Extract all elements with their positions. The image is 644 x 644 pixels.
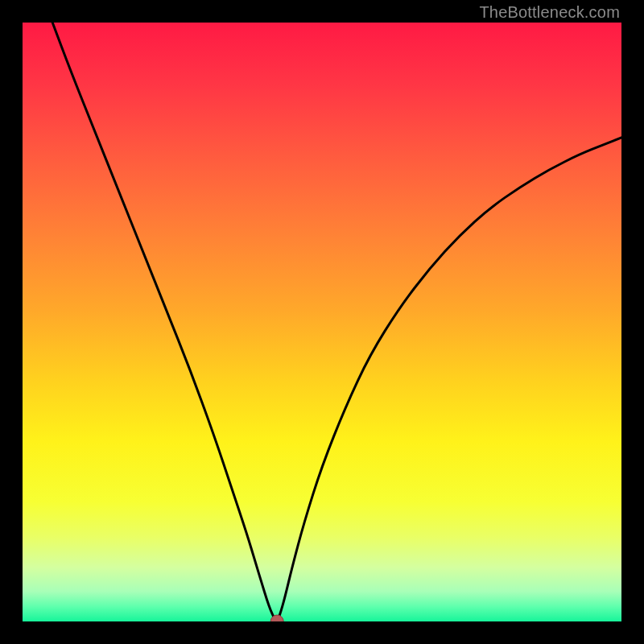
chart-svg bbox=[23, 23, 621, 621]
chart-frame bbox=[23, 23, 621, 621]
chart-background-gradient bbox=[23, 23, 621, 621]
watermark-text: TheBottleneck.com bbox=[479, 3, 620, 22]
